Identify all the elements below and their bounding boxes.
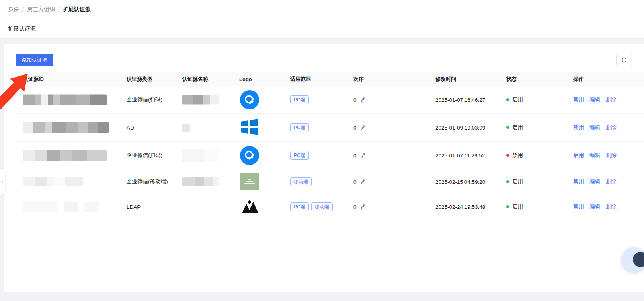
- modified-time: 2025-01-07 16:46:27: [435, 97, 485, 103]
- col-header-auth-type: 认证源类型: [127, 76, 152, 83]
- redacted-auth-name: [182, 149, 219, 162]
- modified-time: 2025-02-15 04:59:20: [435, 179, 485, 184]
- modified-time: 2025-01-09 19:03:09: [435, 124, 485, 130]
- auth-type: 企业微信(扫码): [127, 96, 162, 103]
- order-value: 0: [353, 124, 357, 130]
- redacted-auth-id: [23, 122, 109, 133]
- table-header-row: 认证源ID 认证源类型 认证源名称 Logo 适用范围 次序 修改时间 状态 操…: [16, 72, 644, 86]
- breadcrumb-item-current: 扩展认证源: [63, 6, 91, 13]
- col-header-actions: 操作: [573, 76, 584, 83]
- table-row: 企业微信(扫码) PC端 0: [16, 142, 644, 169]
- breadcrumb: 身份 / 第三方组织 / 扩展认证源: [0, 0, 644, 19]
- auth-type: 企业微信(扫码): [127, 152, 162, 159]
- order-value: 0: [353, 97, 357, 103]
- green-card-logo-icon: [240, 173, 259, 190]
- windows-logo-icon: [240, 118, 259, 137]
- disable-link[interactable]: 禁用: [573, 178, 584, 185]
- wecom-logo-icon: [240, 146, 259, 165]
- mountains-logo-icon: [240, 198, 260, 215]
- delete-link[interactable]: 删除: [606, 152, 617, 159]
- disable-link[interactable]: 禁用: [573, 124, 584, 131]
- col-header-auth-name: 认证源名称: [182, 76, 208, 83]
- status-dot: [506, 205, 509, 208]
- refresh-icon: [621, 57, 627, 63]
- auth-type: LDAP: [127, 204, 141, 210]
- col-header-scope: 适用范围: [290, 76, 311, 83]
- col-header-auth-id: 认证源ID: [23, 76, 44, 83]
- status-dot: [506, 154, 509, 157]
- status-dot: [506, 126, 509, 129]
- status-label: 启用: [512, 203, 523, 210]
- table-row: AD PC端 0 2: [16, 114, 644, 142]
- content-card: 添加认证源 认证源ID 认证源类型 认证源名称 Logo 适用范围 次序 修改时…: [4, 44, 644, 292]
- page-title: 扩展认证源: [8, 25, 36, 33]
- redacted-auth-name: [182, 177, 219, 186]
- redacted-auth-name: [182, 124, 190, 132]
- edit-order-icon[interactable]: [360, 153, 365, 158]
- enable-link[interactable]: 启用: [573, 152, 584, 159]
- disable-link[interactable]: 禁用: [573, 96, 584, 103]
- order-value: 0: [353, 179, 357, 184]
- auth-type: AD: [127, 124, 134, 130]
- app-window: 身份 / 第三方组织 / 扩展认证源 扩展认证源 添加认证源 认证源ID 认证源…: [0, 0, 644, 301]
- edit-link[interactable]: 编辑: [589, 178, 600, 185]
- refresh-button[interactable]: [616, 54, 632, 66]
- edit-link[interactable]: 编辑: [589, 152, 600, 159]
- status-label: 启用: [512, 178, 523, 185]
- redacted-auth-id: [23, 94, 107, 105]
- modified-time: 2025-01-07 11:29:52: [435, 152, 485, 158]
- col-header-order: 次序: [353, 76, 364, 83]
- table-row: 企业微信(扫码) PC端 0: [16, 86, 644, 114]
- breadcrumb-separator: /: [22, 6, 24, 13]
- delete-link[interactable]: 删除: [606, 96, 617, 103]
- status-dot: [506, 98, 509, 101]
- status-dot: [506, 180, 509, 183]
- chevron-left-icon: ‹: [2, 179, 3, 185]
- order-value: 0: [353, 152, 357, 158]
- add-auth-source-button[interactable]: 添加认证源: [16, 54, 53, 66]
- scope-tag: PC端: [290, 151, 309, 160]
- edit-order-icon[interactable]: [360, 97, 365, 102]
- order-value: 0: [353, 204, 357, 210]
- status-label: 启用: [512, 96, 523, 103]
- edit-order-icon[interactable]: [360, 179, 365, 184]
- modified-time: 2025-02-24 19:53:48: [435, 204, 485, 210]
- col-header-status: 状态: [506, 76, 517, 83]
- redacted-auth-id: [23, 201, 99, 212]
- sidebar-collapse-handle[interactable]: ‹: [0, 169, 5, 195]
- floating-assistant-button[interactable]: [622, 247, 644, 272]
- delete-link[interactable]: 删除: [606, 124, 617, 131]
- scope-tag: 移动端: [311, 202, 333, 211]
- status-label: 启用: [512, 124, 523, 131]
- edit-link[interactable]: 编辑: [589, 96, 600, 103]
- scope-tag: PC端: [290, 202, 309, 211]
- breadcrumb-separator: /: [58, 6, 60, 13]
- page-title-bar: 扩展认证源: [0, 19, 644, 39]
- auth-type: 企业微信(移动端): [127, 178, 168, 185]
- redacted-auth-id: [23, 150, 107, 161]
- wecom-logo-icon: [240, 90, 259, 109]
- redacted-auth-name: [182, 95, 219, 104]
- scope-tag: 移动端: [290, 177, 312, 186]
- edit-link[interactable]: 编辑: [589, 124, 600, 131]
- edit-order-icon[interactable]: [360, 125, 365, 130]
- scope-tag: PC端: [290, 123, 309, 132]
- disable-link[interactable]: 禁用: [573, 203, 584, 210]
- delete-link[interactable]: 删除: [606, 178, 617, 185]
- delete-link[interactable]: 删除: [606, 203, 617, 210]
- breadcrumb-item-identity[interactable]: 身份: [8, 6, 19, 13]
- redacted-auth-id: [23, 177, 83, 186]
- scope-tag: PC端: [290, 95, 309, 104]
- edit-order-icon[interactable]: [360, 204, 365, 209]
- breadcrumb-item-third-party-org[interactable]: 第三方组织: [27, 6, 55, 13]
- assistant-icon: [633, 252, 644, 267]
- col-header-logo: Logo: [239, 76, 252, 82]
- table-row: LDAP PC端 移动端 0: [16, 194, 644, 219]
- table-row: 企业微信(移动端) 移动端 0 2025-02-15 04:59:20 启用: [16, 169, 644, 194]
- col-header-modified-time: 修改时间: [435, 76, 456, 83]
- status-label: 禁用: [512, 152, 523, 159]
- edit-link[interactable]: 编辑: [589, 203, 600, 210]
- auth-source-table: 认证源ID 认证源类型 认证源名称 Logo 适用范围 次序 修改时间 状态 操…: [16, 72, 644, 219]
